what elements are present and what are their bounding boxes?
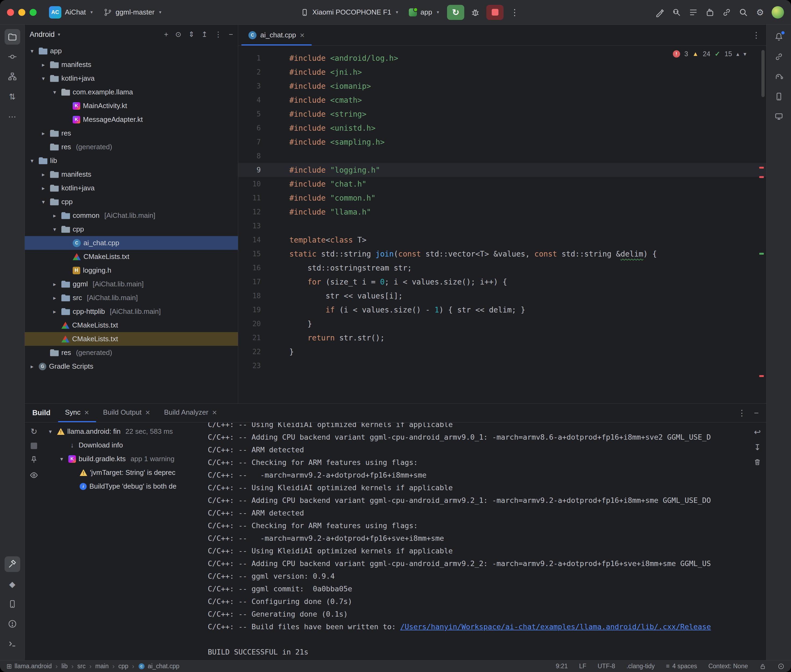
project-tree-item[interactable]: ▾app — [25, 44, 238, 58]
chevron-right-icon[interactable]: ▸ — [39, 130, 47, 137]
build-tree-item[interactable]: !'jvmTarget: String' is deprec — [43, 466, 201, 480]
status-indicator-icon[interactable] — [778, 663, 785, 670]
chevron-right-icon[interactable]: ▸ — [51, 295, 59, 301]
code-line[interactable]: 5#include <string> — [238, 107, 766, 121]
filter-eye-icon[interactable] — [29, 470, 39, 480]
chevron-down-icon[interactable]: ▾ — [51, 89, 59, 96]
chevron-right-icon[interactable]: ▸ — [39, 185, 47, 192]
logcat-tool-button[interactable] — [5, 596, 20, 612]
project-tree-item[interactable]: ▾lib — [25, 154, 238, 168]
plugins-button[interactable] — [703, 5, 717, 20]
build-tree-item[interactable]: ▾!llama.android: fin22 sec, 583 ms — [43, 425, 201, 438]
error-stripe-mark[interactable] — [759, 375, 764, 377]
build-panel-options-icon[interactable]: ⋮ — [738, 408, 746, 418]
panel-options-icon[interactable]: ⋮ — [215, 30, 222, 39]
project-tree-item[interactable]: ▾com.example.llama — [25, 85, 238, 99]
code-line[interactable]: 19 if (i < values.size() - 1) { str << d… — [238, 303, 766, 317]
structure-tool-button[interactable] — [5, 69, 20, 85]
chevron-down-icon[interactable]: ▾ — [39, 75, 47, 82]
running-devices-button[interactable] — [771, 109, 787, 124]
chevron-right-icon[interactable]: ▸ — [51, 309, 59, 315]
build-tree-item[interactable]: ↓Download info — [43, 438, 201, 452]
previous-issue-icon[interactable]: ▴ — [736, 51, 739, 57]
caret-position[interactable]: 9:21 — [556, 662, 568, 670]
user-avatar[interactable] — [772, 6, 784, 19]
code-line[interactable]: 12#include "llama.h" — [238, 205, 766, 219]
project-tool-button[interactable] — [5, 29, 20, 45]
lock-icon[interactable] — [759, 663, 766, 670]
build-tree-item[interactable]: ▾Kbuild.gradle.ktsapp 1 warning — [43, 452, 201, 466]
rerun-sync-icon[interactable]: ↻ — [30, 427, 37, 436]
branch-selector[interactable]: ggml-master ▾ — [99, 5, 166, 19]
code-line[interactable]: 8 — [238, 149, 766, 163]
console-file-link[interactable]: /Users/hanyin/Workspace/ai-chat/examples… — [400, 622, 711, 631]
close-icon[interactable]: × — [145, 408, 150, 416]
build-tree-item[interactable]: iBuildType 'debug' is both de — [43, 480, 201, 493]
code-line[interactable]: 18 str << values[i]; — [238, 289, 766, 303]
breadcrumb-item[interactable]: src — [77, 662, 86, 670]
project-tree-item[interactable]: ▸manifests — [25, 58, 238, 72]
chevron-down-icon[interactable]: ▾ — [46, 428, 55, 435]
run-configuration-selector[interactable]: app ▾ — [404, 5, 443, 19]
error-stripe-mark[interactable] — [759, 176, 764, 178]
chevron-down-icon[interactable]: ▾ — [39, 199, 47, 205]
chevron-down-icon[interactable]: ▾ — [28, 158, 36, 164]
encoding-indicator[interactable]: UTF-8 — [597, 662, 615, 670]
next-issue-icon[interactable]: ▾ — [743, 51, 746, 57]
hide-build-panel-icon[interactable]: − — [754, 408, 759, 418]
project-tree-item[interactable]: KMessageAdapter.kt — [25, 113, 238, 126]
build-tab-build-analyzer[interactable]: Build Analyzer× — [157, 404, 224, 422]
project-tree-item[interactable]: Hlogging.h — [25, 264, 238, 277]
error-stripe-mark[interactable] — [759, 167, 764, 169]
editor-scrollbar-thumb[interactable] — [761, 50, 765, 97]
chevron-right-icon[interactable]: ▸ — [51, 213, 59, 219]
device-selector[interactable]: Xiaomi POCOPHONE F1 ▾ — [296, 5, 403, 19]
search-everywhere-button[interactable] — [736, 5, 751, 20]
project-tree-item[interactable]: ▸GGradle Scripts — [25, 360, 238, 373]
expand-all-icon[interactable]: ⇕ — [188, 30, 194, 39]
hide-panel-icon[interactable]: − — [229, 30, 233, 39]
code-editor[interactable]: 1#include <android/log.h>2#include <jni.… — [238, 46, 766, 403]
chevron-down-icon[interactable]: ▾ — [58, 456, 66, 462]
project-tree-item[interactable]: res(generated) — [25, 346, 238, 360]
project-tree-item[interactable]: ▸res — [25, 126, 238, 140]
clear-console-icon[interactable] — [753, 458, 761, 466]
build-tool-button[interactable] — [5, 556, 20, 572]
soft-wrap-icon[interactable]: ↩ — [754, 427, 761, 437]
add-icon[interactable]: + — [164, 30, 168, 39]
debug-button[interactable] — [468, 5, 483, 20]
code-line[interactable]: 2#include <jni.h> — [238, 65, 766, 79]
code-line[interactable]: 7#include <sampling.h> — [238, 135, 766, 149]
zoom-window-button[interactable] — [30, 9, 37, 16]
chevron-right-icon[interactable]: ▸ — [28, 363, 36, 370]
line-ending-indicator[interactable]: LF — [579, 662, 586, 670]
project-tree-item[interactable]: ▸src[AiChat.lib.main] — [25, 291, 238, 305]
settings-button[interactable]: ⚙ — [753, 5, 767, 20]
collapse-all-icon[interactable]: ↥ — [202, 30, 208, 39]
project-tree-item[interactable]: CMakeLists.txt — [25, 332, 238, 346]
indent-indicator[interactable]: ≡ 4 spaces — [666, 662, 697, 670]
project-tree-item[interactable]: ▸manifests — [25, 168, 238, 181]
code-line[interactable]: 16 std::ostringstream str; — [238, 261, 766, 275]
stop-button[interactable] — [486, 5, 504, 20]
tab-options-icon[interactable]: ⋮ — [752, 30, 761, 40]
code-line[interactable]: 20 } — [238, 317, 766, 331]
inspections-widget[interactable]: ! 3 ▲ 24 ✓ 15 ▴ ▾ — [670, 49, 749, 59]
scroll-to-end-icon[interactable]: ↧ — [754, 443, 761, 452]
rerun-button[interactable]: ↻ — [447, 5, 464, 20]
context-indicator[interactable]: Context: None — [708, 662, 748, 670]
dependencies-tool-button[interactable]: ◆ — [5, 576, 20, 592]
minimize-window-button[interactable] — [18, 9, 25, 16]
code-line[interactable]: 13 — [238, 219, 766, 233]
code-line[interactable]: 17 for (size_t i = 0; i < values.size();… — [238, 275, 766, 289]
chevron-down-icon[interactable]: ▾ — [28, 48, 36, 54]
project-selector[interactable]: AC AiChat ▾ — [45, 3, 97, 21]
project-view-selector[interactable]: Android — [30, 30, 55, 39]
device-explorer-button[interactable] — [771, 89, 787, 104]
close-icon[interactable]: × — [84, 408, 89, 416]
more-actions-button[interactable]: ⋮ — [507, 5, 522, 20]
close-window-button[interactable] — [7, 9, 14, 16]
chevron-right-icon[interactable]: ▸ — [39, 171, 47, 178]
code-line[interactable]: 23 — [238, 359, 766, 373]
breadcrumb-item[interactable]: ai_chat.cpp — [148, 662, 180, 670]
